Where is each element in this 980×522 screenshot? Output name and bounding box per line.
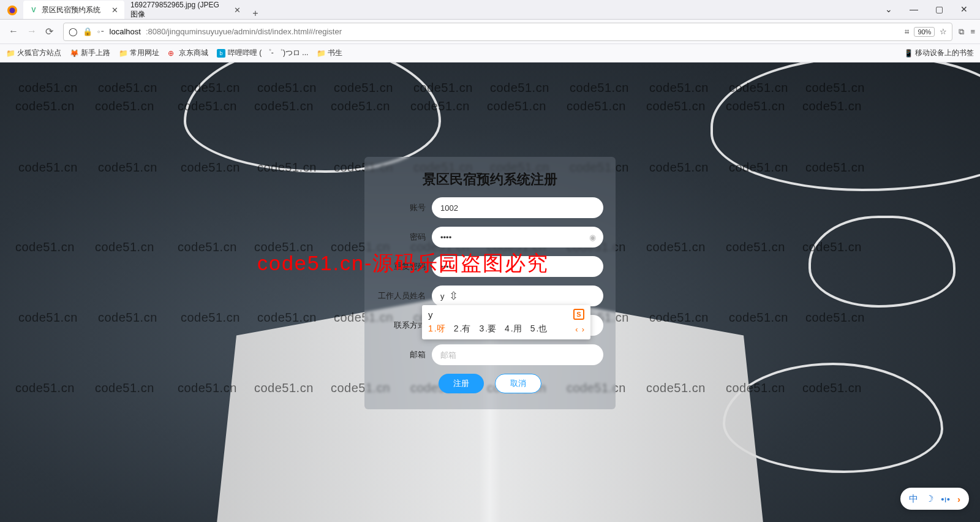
watermark-text: code51.cn [95,240,154,254]
tab-close-icon[interactable]: ✕ [111,6,118,15]
bookmark-item[interactable]: 📁常用网址 [119,48,159,58]
register-card: 景区民宿预约系统注册 账号 密码 ◉ 重复密码 工作人员姓名 ⇳ 联系方式 [364,157,616,409]
extensions-icon[interactable]: ⧉ [959,27,964,37]
chalk-cloud-decoration [710,62,980,191]
nav-forward-button[interactable]: → [27,26,37,37]
email-input[interactable] [432,344,603,365]
bookmark-label: 移动设备上的书签 [915,48,974,58]
qr-icon[interactable]: ⌗ [905,27,909,37]
lock-icon[interactable]: 🔒 [83,27,92,36]
bookmark-label: 常用网址 [130,48,159,58]
ime-candidate[interactable]: 4.用 [505,323,522,335]
tab-bar: V 景区民宿预约系统 ✕ 1692779852965.jpg (JPEG 图像 … [0,0,980,20]
watermark-text: code51.cn [570,81,629,95]
watermark-text: code51.cn [98,161,157,175]
watermark-text: code51.cn [254,240,314,254]
watermark-text: code51.cn [18,161,78,175]
vue-favicon-icon: V [29,6,38,14]
form-title: 景区民宿预约系统注册 [377,170,603,189]
bookmark-item[interactable]: 📁火狐官方站点 [6,48,61,58]
ime-candidate[interactable]: 5.也 [530,323,548,335]
password-input[interactable] [432,227,603,248]
watermark-text: code51.cn [729,311,788,325]
chalk-cloud-decoration [809,216,956,308]
ime-candidate[interactable]: 1.呀 [428,323,445,335]
app-menu-icon[interactable]: ≡ [970,27,975,36]
label-staff-name: 工作人员姓名 [377,290,432,301]
chalk-cloud-decoration [184,62,441,173]
window-close-button[interactable]: ✕ [960,4,968,14]
tab-title: 景区民宿预约系统 [42,5,100,15]
eye-icon[interactable]: ◉ [589,233,596,242]
window-maximize-button[interactable]: ▢ [935,4,943,14]
label-email: 邮箱 [377,349,432,360]
zoom-level[interactable]: 90% [914,27,935,37]
watermark-text: code51.cn [649,81,709,95]
label-password-repeat: 重复密码 [377,261,432,272]
bookmark-item[interactable]: 📁书生 [317,48,342,58]
folder-icon: 📁 [317,49,325,58]
address-field[interactable]: ◯ 🔒 ◦⁃ localhost:8080/jingquminsuyuyue/a… [63,23,952,41]
bookmark-item[interactable]: ⊕京东商城 [168,48,208,58]
tab-close-icon[interactable]: ✕ [234,6,241,15]
shield-icon[interactable]: ◯ [69,27,78,36]
new-tab-button[interactable]: + [247,8,264,19]
bilibili-icon: b [217,49,225,58]
register-button[interactable]: 注册 [439,374,484,393]
svg-point-1 [10,8,15,13]
bookmark-star-icon[interactable]: ☆ [940,27,947,36]
ime-lang-toggle[interactable]: 中 [909,493,918,505]
ime-next-page-icon[interactable]: › [582,325,584,334]
ime-composition: y [428,309,433,320]
account-input[interactable] [432,197,603,218]
bookmark-item[interactable]: 🦊新手上路 [70,48,110,58]
ime-candidate[interactable]: 2.有 [454,323,471,335]
sogou-logo-icon: S [573,309,584,320]
watermark-text: code51.cn [15,240,75,254]
staff-name-input[interactable] [432,286,603,306]
ime-dots-icon[interactable]: •ı• [941,494,950,504]
watermark-text: code51.cn [646,240,706,254]
watermark-text: code51.cn [178,240,237,254]
folder-icon: 📁 [6,49,15,58]
ime-prev-page-icon[interactable]: ‹ [575,325,578,334]
bookmark-label: 新手上路 [81,48,110,58]
tab-active[interactable]: V 景区民宿预约系统 ✕ [23,1,124,19]
watermark-text: code51.cn [567,99,626,113]
watermark-text: code51.cn [487,99,546,113]
url-host: localhost [110,27,141,36]
bookmark-label: 火狐官方站点 [17,48,61,58]
watermark-text: code51.cn [18,311,78,325]
watermark-text: code51.cn [178,381,237,395]
tab-inactive[interactable]: 1692779852965.jpg (JPEG 图像 ✕ [124,1,247,19]
watermark-text: code51.cn [726,240,785,254]
firefox-icon[interactable] [4,2,21,19]
label-account: 账号 [377,202,432,213]
nav-reload-button[interactable]: ⟳ [45,26,53,37]
cancel-button[interactable]: 取消 [495,374,541,393]
watermark-text: code51.cn [805,311,865,325]
page-content: code51.cncode51.cncode51.cncode51.cncode… [0,62,980,522]
bookmark-label: 哔哩哔哩 ( ゜- ゜)つロ ... [228,48,308,58]
watermark-text: code51.cn [646,99,706,113]
ime-candidate[interactable]: 3.要 [479,323,496,335]
password-repeat-input[interactable] [432,256,603,277]
window-chevron-icon[interactable]: ⌄ [885,4,892,14]
window-minimize-button[interactable]: — [910,4,918,14]
ime-status-floater[interactable]: 中 ☽ •ı• › [900,488,969,510]
bookmark-mobile[interactable]: 📱移动设备上的书签 [904,48,974,58]
bookmark-label: 书生 [328,48,342,58]
watermark-text: code51.cn [181,161,240,175]
bookmark-label: 京东商城 [179,48,208,58]
watermark-text: code51.cn [95,99,154,113]
folder-icon: 📁 [119,49,127,58]
tab-title: 1692779852965.jpg (JPEG 图像 [130,1,223,20]
watermark-text: code51.cn [18,81,78,95]
window-controls: ⌄ — ▢ ✕ [873,0,980,18]
moon-icon[interactable]: ☽ [925,493,933,504]
firefox-icon: 🦊 [70,49,78,58]
ime-expand-icon[interactable]: › [957,494,960,504]
bookmark-item[interactable]: b哔哩哔哩 ( ゜- ゜)つロ ... [217,48,308,58]
watermark-text: code51.cn [98,311,157,325]
nav-back-button[interactable]: ← [9,26,18,37]
